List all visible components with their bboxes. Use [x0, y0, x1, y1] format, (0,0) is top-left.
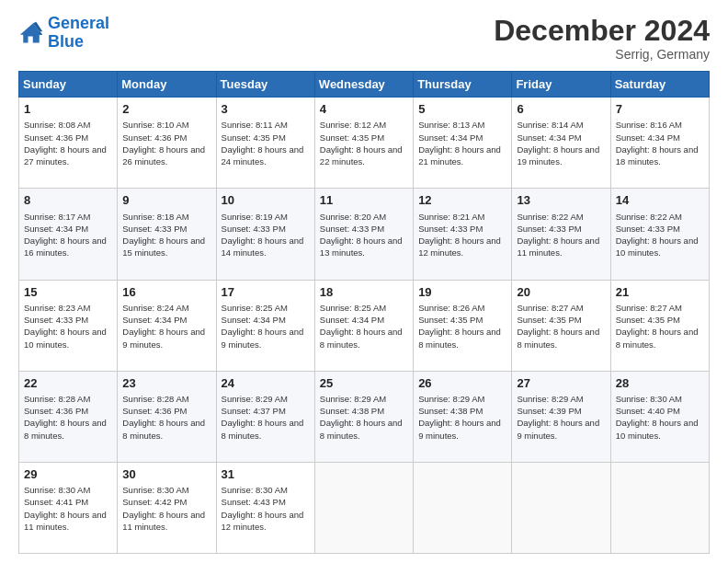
- day-number: 17: [222, 284, 310, 301]
- calendar-cell: 15Sunrise: 8:23 AMSunset: 4:33 PMDayligh…: [19, 280, 118, 371]
- calendar-cell: 5Sunrise: 8:13 AMSunset: 4:34 PMDaylight…: [414, 98, 512, 189]
- calendar-cell: 7Sunrise: 8:16 AMSunset: 4:34 PMDaylight…: [610, 98, 709, 189]
- calendar-week-row: 29Sunrise: 8:30 AMSunset: 4:41 PMDayligh…: [19, 462, 710, 553]
- day-number: 3: [222, 101, 310, 118]
- day-info: Sunrise: 8:22 AMSunset: 4:33 PMDaylight:…: [616, 212, 699, 259]
- day-number: 4: [320, 101, 408, 118]
- day-info: Sunrise: 8:27 AMSunset: 4:35 PMDaylight:…: [616, 303, 699, 350]
- calendar-cell: 1Sunrise: 8:08 AMSunset: 4:36 PMDaylight…: [19, 98, 118, 189]
- day-number: 11: [320, 192, 408, 209]
- calendar-cell: 16Sunrise: 8:24 AMSunset: 4:34 PMDayligh…: [118, 280, 216, 371]
- day-info: Sunrise: 8:29 AMSunset: 4:38 PMDaylight:…: [418, 394, 501, 441]
- calendar-cell: [610, 462, 709, 553]
- day-info: Sunrise: 8:18 AMSunset: 4:33 PMDaylight:…: [122, 212, 205, 259]
- day-info: Sunrise: 8:30 AMSunset: 4:43 PMDaylight:…: [222, 485, 304, 532]
- day-info: Sunrise: 8:16 AMSunset: 4:34 PMDaylight:…: [616, 120, 699, 167]
- calendar-header-cell: Monday: [118, 72, 216, 98]
- calendar-header-cell: Saturday: [610, 72, 709, 98]
- day-info: Sunrise: 8:26 AMSunset: 4:35 PMDaylight:…: [418, 303, 501, 350]
- calendar-cell: 26Sunrise: 8:29 AMSunset: 4:38 PMDayligh…: [414, 371, 512, 462]
- day-number: 18: [320, 284, 408, 301]
- calendar-cell: 6Sunrise: 8:14 AMSunset: 4:34 PMDaylight…: [512, 98, 610, 189]
- day-number: 21: [616, 284, 704, 301]
- day-info: Sunrise: 8:19 AMSunset: 4:33 PMDaylight:…: [222, 212, 304, 259]
- calendar-cell: 3Sunrise: 8:11 AMSunset: 4:35 PMDaylight…: [216, 98, 314, 189]
- calendar-cell: 30Sunrise: 8:30 AMSunset: 4:42 PMDayligh…: [118, 462, 216, 553]
- calendar-week-row: 22Sunrise: 8:28 AMSunset: 4:36 PMDayligh…: [19, 371, 710, 462]
- calendar-header-cell: Thursday: [414, 72, 512, 98]
- day-info: Sunrise: 8:25 AMSunset: 4:34 PMDaylight:…: [320, 303, 403, 350]
- day-number: 15: [24, 284, 112, 301]
- calendar-cell: 9Sunrise: 8:18 AMSunset: 4:33 PMDaylight…: [118, 189, 216, 280]
- day-number: 24: [222, 375, 310, 392]
- day-info: Sunrise: 8:14 AMSunset: 4:34 PMDaylight:…: [517, 120, 599, 167]
- day-info: Sunrise: 8:30 AMSunset: 4:41 PMDaylight:…: [24, 485, 107, 532]
- day-number: 20: [517, 284, 605, 301]
- day-number: 31: [222, 466, 310, 483]
- calendar-header-cell: Tuesday: [216, 72, 314, 98]
- calendar-header-cell: Friday: [512, 72, 610, 98]
- calendar-cell: [512, 462, 610, 553]
- calendar-cell: 17Sunrise: 8:25 AMSunset: 4:34 PMDayligh…: [216, 280, 314, 371]
- day-info: Sunrise: 8:29 AMSunset: 4:39 PMDaylight:…: [517, 394, 599, 441]
- calendar-cell: 13Sunrise: 8:22 AMSunset: 4:33 PMDayligh…: [512, 189, 610, 280]
- calendar-cell: 14Sunrise: 8:22 AMSunset: 4:33 PMDayligh…: [610, 189, 709, 280]
- calendar-cell: [314, 462, 413, 553]
- day-info: Sunrise: 8:11 AMSunset: 4:35 PMDaylight:…: [222, 120, 304, 167]
- day-info: Sunrise: 8:17 AMSunset: 4:34 PMDaylight:…: [24, 212, 107, 259]
- logo: General Blue: [18, 15, 109, 52]
- logo-icon: [18, 20, 44, 46]
- day-number: 26: [418, 375, 506, 392]
- calendar-cell: 31Sunrise: 8:30 AMSunset: 4:43 PMDayligh…: [216, 462, 314, 553]
- calendar-cell: 20Sunrise: 8:27 AMSunset: 4:35 PMDayligh…: [512, 280, 610, 371]
- subtitle: Serrig, Germany: [494, 47, 710, 62]
- page: General Blue December 2024 Serrig, Germa…: [0, 0, 728, 563]
- calendar-week-row: 8Sunrise: 8:17 AMSunset: 4:34 PMDaylight…: [19, 189, 710, 280]
- calendar-cell: 21Sunrise: 8:27 AMSunset: 4:35 PMDayligh…: [610, 280, 709, 371]
- svg-marker-1: [20, 23, 43, 42]
- calendar-cell: 27Sunrise: 8:29 AMSunset: 4:39 PMDayligh…: [512, 371, 610, 462]
- calendar-cell: 18Sunrise: 8:25 AMSunset: 4:34 PMDayligh…: [314, 280, 413, 371]
- calendar-cell: 29Sunrise: 8:30 AMSunset: 4:41 PMDayligh…: [19, 462, 118, 553]
- day-number: 1: [24, 101, 112, 118]
- header: General Blue December 2024 Serrig, Germa…: [18, 15, 710, 62]
- day-info: Sunrise: 8:29 AMSunset: 4:38 PMDaylight:…: [320, 394, 403, 441]
- calendar-cell: 28Sunrise: 8:30 AMSunset: 4:40 PMDayligh…: [610, 371, 709, 462]
- day-info: Sunrise: 8:12 AMSunset: 4:35 PMDaylight:…: [320, 120, 403, 167]
- day-number: 12: [418, 192, 506, 209]
- day-info: Sunrise: 8:10 AMSunset: 4:36 PMDaylight:…: [122, 120, 205, 167]
- calendar-cell: 10Sunrise: 8:19 AMSunset: 4:33 PMDayligh…: [216, 189, 314, 280]
- day-number: 19: [418, 284, 506, 301]
- day-number: 8: [24, 192, 112, 209]
- day-number: 10: [222, 192, 310, 209]
- day-number: 28: [616, 375, 704, 392]
- calendar-table: SundayMondayTuesdayWednesdayThursdayFrid…: [18, 71, 710, 554]
- day-number: 2: [122, 101, 210, 118]
- day-info: Sunrise: 8:22 AMSunset: 4:33 PMDaylight:…: [517, 212, 599, 259]
- title-block: December 2024 Serrig, Germany: [494, 15, 710, 62]
- calendar-week-row: 1Sunrise: 8:08 AMSunset: 4:36 PMDaylight…: [19, 98, 710, 189]
- day-info: Sunrise: 8:21 AMSunset: 4:33 PMDaylight:…: [418, 212, 501, 259]
- day-number: 5: [418, 101, 506, 118]
- calendar-cell: 19Sunrise: 8:26 AMSunset: 4:35 PMDayligh…: [414, 280, 512, 371]
- calendar-cell: 12Sunrise: 8:21 AMSunset: 4:33 PMDayligh…: [414, 189, 512, 280]
- day-info: Sunrise: 8:24 AMSunset: 4:34 PMDaylight:…: [122, 303, 205, 350]
- calendar-cell: 11Sunrise: 8:20 AMSunset: 4:33 PMDayligh…: [314, 189, 413, 280]
- logo-text: General Blue: [48, 15, 109, 52]
- calendar-cell: 25Sunrise: 8:29 AMSunset: 4:38 PMDayligh…: [314, 371, 413, 462]
- day-info: Sunrise: 8:30 AMSunset: 4:40 PMDaylight:…: [616, 394, 699, 441]
- day-number: 30: [122, 466, 210, 483]
- calendar-cell: 8Sunrise: 8:17 AMSunset: 4:34 PMDaylight…: [19, 189, 118, 280]
- calendar-body: 1Sunrise: 8:08 AMSunset: 4:36 PMDaylight…: [19, 98, 710, 554]
- day-number: 9: [122, 192, 210, 209]
- day-number: 13: [517, 192, 605, 209]
- day-info: Sunrise: 8:27 AMSunset: 4:35 PMDaylight:…: [517, 303, 599, 350]
- calendar-week-row: 15Sunrise: 8:23 AMSunset: 4:33 PMDayligh…: [19, 280, 710, 371]
- day-number: 16: [122, 284, 210, 301]
- calendar-cell: [414, 462, 512, 553]
- main-title: December 2024: [494, 15, 710, 47]
- day-info: Sunrise: 8:08 AMSunset: 4:36 PMDaylight:…: [24, 120, 107, 167]
- day-info: Sunrise: 8:25 AMSunset: 4:34 PMDaylight:…: [222, 303, 304, 350]
- calendar-header-cell: Wednesday: [314, 72, 413, 98]
- calendar-cell: 2Sunrise: 8:10 AMSunset: 4:36 PMDaylight…: [118, 98, 216, 189]
